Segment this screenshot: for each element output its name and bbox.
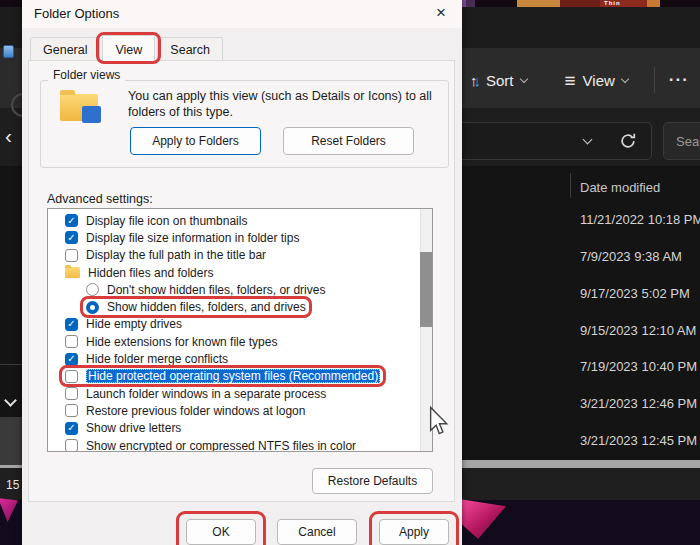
date-modified-cell: 7/9/2023 9:38 AM	[580, 249, 700, 286]
advanced-item-label: Hide empty drives	[86, 317, 182, 331]
advanced-item-label: Hide folder merge conflicts	[86, 352, 228, 366]
advanced-item-label: Hidden files and folders	[88, 266, 213, 280]
advanced-item-label: Show hidden files, folders, and drives	[107, 300, 306, 314]
nav-selected-item[interactable]	[0, 417, 22, 465]
folder-views-label: Folder views	[48, 68, 125, 82]
dialog-title: Folder Options	[34, 6, 119, 21]
wallpaper-sliver	[466, 0, 475, 7]
restore-defaults-button[interactable]: Restore Defaults	[312, 468, 433, 494]
advanced-item[interactable]: ✓Show drive letters	[48, 420, 432, 437]
search-placeholder: Search	[676, 134, 700, 149]
advanced-item[interactable]: Show encrypted or compressed NTFS files …	[48, 437, 432, 452]
date-modified-cell: 11/21/2022 10:18 PM	[580, 212, 700, 249]
advanced-item[interactable]: ✓Hide empty drives	[48, 316, 432, 333]
search-input[interactable]: Search	[663, 122, 700, 160]
close-icon[interactable]: ×	[428, 1, 454, 25]
advanced-item[interactable]: Display the full path in the title bar	[48, 247, 432, 264]
column-header-date-modified[interactable]: Date modified	[580, 180, 660, 195]
chevron-down-icon	[621, 74, 629, 82]
checkbox[interactable]: ✓	[65, 318, 78, 331]
date-modified-cell: 3/21/2023 12:45 PM	[580, 433, 700, 460]
folder-options-dialog: Folder Options × GeneralViewSearch Folde…	[22, 0, 462, 545]
advanced-item-label: Hide protected operating system files (R…	[86, 369, 380, 383]
advanced-item[interactable]: ✓Hide folder merge conflicts	[48, 350, 432, 367]
checkbox[interactable]: ✓	[65, 214, 78, 227]
radio-button[interactable]	[86, 301, 99, 314]
tab-general[interactable]: General	[30, 37, 100, 61]
advanced-settings-list[interactable]: ✓Display file icon on thumbnails✓Display…	[47, 208, 433, 452]
refresh-icon[interactable]	[619, 132, 637, 154]
checkbox[interactable]	[65, 335, 78, 348]
wallpaper-sliver	[560, 0, 600, 7]
advanced-item-label: Show encrypted or compressed NTFS files …	[86, 439, 356, 453]
cancel-button[interactable]: Cancel	[277, 519, 357, 545]
date-modified-cell: 9/15/2023 12:10 AM	[580, 323, 700, 360]
advanced-item[interactable]: ✓Display file icon on thumbnails	[48, 212, 432, 229]
toolbar-divider	[654, 67, 655, 93]
radio-button[interactable]	[86, 283, 99, 296]
tab-strip: GeneralViewSearch	[30, 34, 225, 61]
mini-window-icon	[3, 45, 14, 58]
date-modified-cell: 9/17/2023 5:02 PM	[580, 286, 700, 323]
tab-view[interactable]: View	[102, 35, 155, 61]
advanced-item-label: Restore previous folder windows at logon	[86, 404, 305, 418]
advanced-item-label: Display file size information in folder …	[86, 231, 299, 245]
address-dropdown-icon[interactable]	[583, 135, 593, 145]
advanced-item-label: Don't show hidden files, folders, or dri…	[107, 283, 325, 297]
sort-label: Sort	[486, 72, 514, 89]
details-grid-icon	[82, 106, 101, 123]
folder-view-icon	[60, 94, 98, 121]
advanced-item-label: Display file icon on thumbnails	[86, 214, 247, 228]
wallpaper-sliver	[647, 0, 660, 7]
reset-folders-button[interactable]: Reset Folders	[283, 127, 414, 155]
view-button[interactable]: ≡ View	[557, 64, 636, 96]
folder-views-description: You can apply this view (such as Details…	[128, 88, 436, 120]
apply-to-folders-button[interactable]: Apply to Folders	[130, 127, 261, 155]
folder-icon	[65, 267, 80, 278]
apply-button[interactable]: Apply	[379, 519, 449, 545]
advanced-item[interactable]: Show hidden files, folders, and drives	[48, 298, 432, 315]
advanced-item-label: Display the full path in the title bar	[86, 248, 266, 262]
advanced-item[interactable]: Don't show hidden files, folders, or dri…	[48, 281, 432, 298]
checkbox[interactable]	[65, 370, 78, 383]
status-item-count: 15	[6, 478, 19, 492]
checkbox[interactable]	[65, 387, 78, 400]
nav-divider	[0, 364, 22, 365]
mouse-cursor	[429, 406, 449, 442]
advanced-item[interactable]: Restore previous folder windows at logon	[48, 402, 432, 419]
date-column: 11/21/2022 10:18 PM7/9/2023 9:38 AM9/17/…	[580, 212, 700, 460]
advanced-item-label: Hide extensions for known file types	[86, 335, 277, 349]
wallpaper-sliver	[517, 0, 560, 7]
advanced-item[interactable]: Hide extensions for known file types	[48, 333, 432, 350]
view-label: View	[583, 72, 615, 89]
advanced-item[interactable]: Hidden files and folders	[48, 264, 432, 281]
column-divider[interactable]	[570, 173, 571, 198]
tab-search[interactable]: Search	[157, 37, 223, 61]
advanced-settings-label: Advanced settings:	[47, 192, 153, 206]
checkbox[interactable]: ✓	[65, 353, 78, 366]
chevron-down-icon	[519, 74, 527, 82]
advanced-item[interactable]: ✓Display file size information in folder…	[48, 229, 432, 246]
date-modified-cell: 3/21/2023 12:46 PM	[580, 396, 700, 433]
checkbox[interactable]	[65, 439, 78, 452]
view-list-icon: ≡	[565, 71, 576, 90]
date-modified-cell: 7/19/2023 10:40 PM	[580, 359, 700, 396]
explorer-toolbar: ↑↓ Sort ≡ View ···	[462, 62, 700, 98]
checkbox[interactable]	[65, 249, 78, 262]
checkbox[interactable]: ✓	[65, 231, 78, 244]
ok-button[interactable]: OK	[186, 519, 256, 545]
back-button[interactable]: ‹	[5, 124, 12, 148]
advanced-item-label: Show drive letters	[86, 421, 181, 435]
background-text: Thin	[604, 0, 644, 7]
advanced-item-label: Launch folder windows in a separate proc…	[86, 387, 326, 401]
advanced-item[interactable]: Hide protected operating system files (R…	[48, 368, 432, 385]
more-options-button[interactable]: ···	[665, 70, 693, 90]
sort-button[interactable]: ↑↓ Sort	[462, 64, 535, 96]
checkbox[interactable]: ✓	[65, 422, 78, 435]
dialog-titlebar: Folder Options ×	[22, 0, 462, 28]
advanced-item[interactable]: Launch folder windows in a separate proc…	[48, 385, 432, 402]
checkbox[interactable]	[65, 404, 78, 417]
sort-icon: ↑↓	[470, 72, 477, 89]
